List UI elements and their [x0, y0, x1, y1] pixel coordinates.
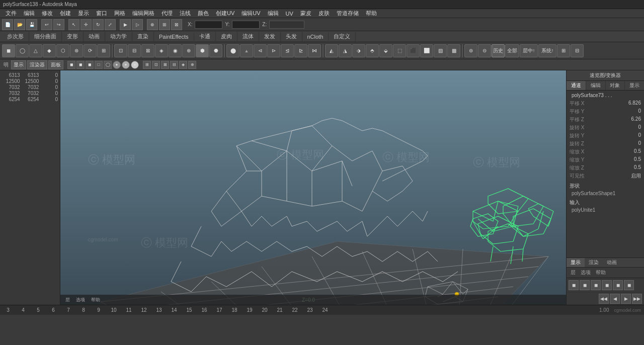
vp-ctrl-2[interactable]: 选项: [74, 296, 87, 304]
shelf-btn-11[interactable]: ⊠: [141, 44, 154, 57]
shelf-btn-28[interactable]: ⬙: [379, 44, 392, 57]
shelf-btn-27[interactable]: ⬘: [366, 44, 379, 57]
save-btn[interactable]: 💾: [26, 19, 37, 30]
snap2-btn[interactable]: ⊞: [159, 19, 170, 30]
tab-poly[interactable]: 步次形: [2, 32, 29, 41]
menu-skin[interactable]: 蒙皮: [297, 9, 315, 18]
menu-editmesh[interactable]: 编辑网格: [129, 9, 158, 18]
r-tab-channel[interactable]: 通道: [567, 81, 586, 90]
move-btn[interactable]: ✛: [80, 19, 92, 30]
rb-icon-1[interactable]: ◼: [569, 280, 579, 290]
shelf-btn-22[interactable]: ⊵: [294, 44, 307, 57]
menu-edit[interactable]: 编辑: [20, 9, 38, 18]
tb4-b14[interactable]: ⊕: [188, 61, 196, 69]
shelf-btn-19[interactable]: ⊲: [254, 44, 267, 57]
menu-create[interactable]: 创建: [56, 9, 74, 18]
open-btn[interactable]: 📂: [14, 19, 25, 30]
menu-color[interactable]: 颜色: [194, 9, 212, 18]
tb4-b13[interactable]: ◈: [179, 61, 187, 69]
tb4-b8[interactable]: ●: [131, 61, 139, 69]
shelf-btn-15[interactable]: ⬢: [196, 44, 209, 57]
tb4-b2[interactable]: ◼: [76, 61, 85, 69]
shelf-btn-24[interactable]: ◭: [325, 44, 338, 57]
menu-pipeline[interactable]: 管道存储: [333, 9, 362, 18]
tab-fluid[interactable]: 流体: [237, 32, 259, 41]
shelf-btn-34[interactable]: ⊜: [464, 44, 477, 57]
menu-mesh[interactable]: 网格: [111, 9, 129, 18]
r-tab-display[interactable]: 显示: [625, 81, 644, 90]
shelf-btn-13[interactable]: ◉: [169, 44, 182, 57]
ipr-btn[interactable]: ▷: [132, 19, 143, 30]
shelf-btn-18[interactable]: ⟁: [240, 44, 253, 57]
tab-anim[interactable]: 动画: [84, 32, 105, 41]
tb4-b7[interactable]: ●: [122, 61, 130, 69]
undo-btn[interactable]: ↩: [41, 19, 52, 30]
tab-deform[interactable]: 变形: [62, 32, 84, 41]
shelf-btn-4[interactable]: ◆: [43, 44, 56, 57]
render-btn[interactable]: ▶: [120, 19, 131, 30]
redo-btn[interactable]: ↪: [53, 19, 64, 30]
shelf-btn-23[interactable]: ⋈: [308, 44, 321, 57]
shelf-btn-10[interactable]: ⊟: [128, 44, 141, 57]
vp-ctrl-1[interactable]: 层: [63, 296, 72, 304]
menu-help[interactable]: 帮助: [362, 9, 380, 18]
rb-tab-render[interactable]: 渲染: [585, 258, 603, 267]
tab-dynamics[interactable]: 动力学: [105, 32, 132, 41]
tb4-b5[interactable]: ◯: [104, 61, 112, 69]
shelf-btn-6[interactable]: ⊛: [70, 44, 83, 57]
menu-edituv[interactable]: 编辑UV: [238, 9, 264, 18]
select-btn[interactable]: ↖: [68, 19, 79, 30]
shelf-btn-26[interactable]: ⬗: [352, 44, 365, 57]
rb-icon-2[interactable]: ◼: [580, 280, 590, 290]
rb-nav-prev[interactable]: ◀: [610, 294, 620, 304]
rb-tab-display[interactable]: 显示: [567, 258, 585, 267]
scale-btn[interactable]: ⤢: [105, 19, 116, 30]
tab-subdiv[interactable]: 细分曲面: [29, 32, 62, 41]
rb-tab-anim[interactable]: 动画: [603, 258, 621, 267]
shelf-btn-35[interactable]: ⊝: [478, 44, 491, 57]
shelf-btn-1[interactable]: ◼: [2, 44, 15, 57]
menu-display[interactable]: 显示: [74, 9, 93, 18]
viewport[interactable]: ⓒ 模型网 ⓒ 模型网 ⓒ 模型网 ⓒ 模型网 ⓒ 模型网 cgmodel.co…: [60, 70, 566, 305]
shelf-btn-21[interactable]: ⊴: [281, 44, 294, 57]
rb-sub-help[interactable]: 帮助: [594, 269, 608, 277]
tab-hair2[interactable]: 头发: [281, 32, 302, 41]
shelf-btn-9[interactable]: ⊡: [114, 44, 127, 57]
new-file-btn[interactable]: 📄: [2, 19, 13, 30]
snap1-btn[interactable]: ⊕: [147, 19, 158, 30]
snap3-btn[interactable]: ⊠: [171, 19, 182, 30]
tab-ncloth[interactable]: nCloth: [302, 33, 329, 41]
rb-icon-5[interactable]: ◼: [613, 280, 623, 290]
tab-hair1[interactable]: 发发: [259, 32, 281, 41]
shelf-btn-37[interactable]: 全部: [505, 44, 519, 57]
menu-skin2[interactable]: 皮肤: [315, 9, 333, 18]
shelf-btn-14[interactable]: ⊕: [182, 44, 195, 57]
vp-ctrl-3[interactable]: 帮助: [89, 296, 102, 304]
shelf-btn-40[interactable]: ⊞: [557, 44, 570, 57]
shelf-btn-39[interactable]: 系统↑: [538, 44, 556, 57]
tab-skin[interactable]: 皮肉: [216, 32, 237, 41]
shelf-btn-36[interactable]: 历史: [492, 44, 505, 57]
tb4-b12[interactable]: ⊟: [170, 61, 178, 69]
shelf-btn-30[interactable]: ⬛: [407, 44, 420, 57]
render-btn2[interactable]: 渲染器: [27, 60, 47, 69]
shelf-btn-20[interactable]: ⊳: [267, 44, 280, 57]
rb-nav-next[interactable]: ▶▶: [632, 294, 642, 304]
tb4-b1[interactable]: ◼: [67, 61, 75, 69]
rb-nav-play[interactable]: ▶: [621, 294, 631, 304]
r-tab-edit[interactable]: 编辑: [586, 81, 606, 90]
shelf-btn-29[interactable]: ⬚: [393, 44, 406, 57]
shelf-btn-33[interactable]: ▩: [447, 44, 460, 57]
rb-icon-3[interactable]: ◼: [591, 280, 601, 290]
rb-nav-back[interactable]: ◀◀: [599, 294, 609, 304]
menu-edit2[interactable]: 编辑: [264, 9, 282, 18]
menu-uv[interactable]: UV: [282, 10, 297, 17]
r-tab-object[interactable]: 对象: [606, 81, 625, 90]
shelf-btn-32[interactable]: ▨: [434, 44, 447, 57]
tab-toon[interactable]: 卡通: [194, 32, 216, 41]
tb4-b6[interactable]: ●: [113, 61, 121, 69]
tb4-b11[interactable]: ⊠: [161, 61, 169, 69]
panel-btn[interactable]: 面板: [48, 60, 63, 69]
tab-custom[interactable]: 自定义: [329, 32, 356, 41]
tb4-b10[interactable]: ⊡: [152, 61, 160, 69]
